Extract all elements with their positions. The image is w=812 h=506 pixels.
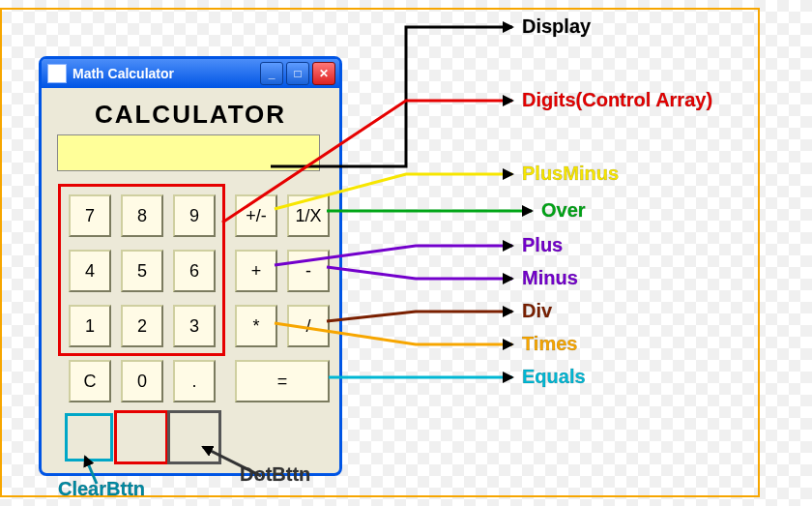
digit-2-button[interactable]: 2: [121, 305, 163, 347]
digit-8-button[interactable]: 8: [121, 194, 163, 237]
plus-button[interactable]: +: [235, 250, 277, 292]
app-icon: [47, 64, 67, 83]
close-button[interactable]: ✕: [312, 62, 335, 85]
digit-6-button[interactable]: 6: [173, 250, 216, 292]
digit-5-button[interactable]: 5: [121, 250, 163, 292]
digit-9-button[interactable]: 9: [173, 194, 216, 237]
digit-7-button[interactable]: 7: [69, 194, 111, 237]
label-plusminus: PlusMinus: [522, 163, 619, 185]
dot-button[interactable]: .: [173, 360, 216, 402]
digit-4-button[interactable]: 4: [69, 250, 111, 292]
window-title: Math Calculator: [72, 66, 260, 81]
label-digits: Digits(Control Array): [522, 89, 712, 111]
over-button[interactable]: 1/X: [287, 194, 330, 237]
digit-3-button[interactable]: 3: [173, 305, 216, 347]
label-plus: Plus: [522, 234, 563, 256]
calculator-display: [57, 134, 320, 171]
times-button[interactable]: *: [235, 305, 277, 347]
digit-0-button[interactable]: 0: [121, 360, 163, 402]
minus-button[interactable]: -: [287, 250, 330, 292]
digit-1-button[interactable]: 1: [69, 305, 111, 347]
label-display: Display: [522, 15, 591, 38]
window-titlebar: Math Calculator _ □ ✕: [42, 59, 339, 88]
clear-button[interactable]: C: [69, 360, 111, 402]
label-minus: Minus: [522, 267, 578, 289]
calculator-window: Math Calculator _ □ ✕ CALCULATOR 7 8 9 +…: [39, 56, 342, 476]
equals-button[interactable]: =: [235, 360, 330, 402]
maximize-button[interactable]: □: [286, 62, 309, 85]
label-over: Over: [541, 199, 586, 222]
label-div: Div: [522, 300, 552, 322]
label-clearbttn: ClearBttn: [58, 478, 145, 500]
plus-minus-button[interactable]: +/-: [235, 194, 277, 237]
minimize-button[interactable]: _: [260, 62, 283, 85]
label-times: Times: [522, 333, 577, 355]
label-dotbttn: DotBttn: [240, 463, 310, 486]
div-button[interactable]: /: [287, 305, 330, 347]
label-equals: Equals: [522, 366, 586, 388]
heading-label: CALCULATOR: [42, 100, 339, 130]
